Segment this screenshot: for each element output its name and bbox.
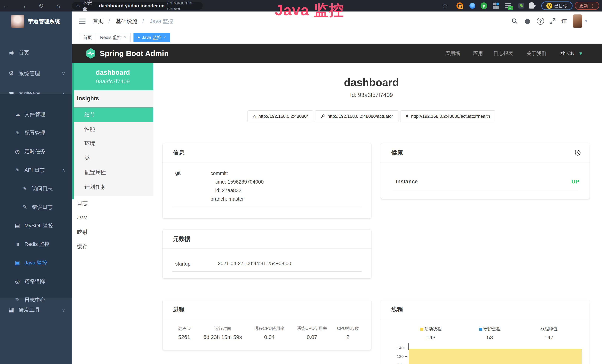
legend-live[interactable]: 活动线程 — [401, 326, 460, 332]
breadcrumb-infra[interactable]: 基础设施 — [116, 11, 137, 31]
pin-icon — [469, 3, 475, 9]
tab-home[interactable]: 首页 — [79, 33, 96, 42]
page-title: dashboard — [153, 76, 590, 88]
bookmark-star-icon[interactable]: ☆ — [441, 0, 449, 11]
extension-pin[interactable] — [469, 0, 475, 11]
home-icon: ⌂ — [253, 114, 256, 119]
paused-label: 已暂停 — [554, 3, 568, 9]
insights-item-env[interactable]: 环境 — [74, 136, 153, 151]
sidebar-item-label: 配置管理 — [24, 124, 45, 142]
sidebar-item-label: 研发工具 — [19, 300, 40, 320]
sidebar-item-java[interactable]: ▣ Java 监控 — [0, 254, 72, 272]
threads-legend: 活动线程 守护进程 线程峰值 — [401, 326, 579, 332]
insights-item-scheduled[interactable]: 计划任务 — [74, 180, 153, 194]
hamburger-icon[interactable] — [79, 11, 86, 31]
health-row[interactable]: Instance UP — [396, 178, 579, 185]
extension-sprout[interactable] — [518, 0, 524, 11]
browser-back-icon[interactable]: ← — [2, 0, 10, 11]
github-icon[interactable] — [524, 11, 531, 31]
address-divider — [96, 3, 97, 8]
breadcrumb-current: Java 监控 — [150, 11, 173, 31]
actuator-url: http://192.168.0.2:48080/actuator — [327, 114, 393, 119]
sidebar-item-accesslog[interactable]: ✎ 访问日志 — [0, 179, 72, 198]
legend-daemon[interactable]: 守护进程 — [460, 326, 519, 332]
extension-green-y[interactable]: y — [481, 0, 487, 11]
sidebar-logo-row[interactable]: 芋道管理系统 — [0, 11, 72, 41]
browser-reload-icon[interactable]: ↻ — [37, 0, 45, 11]
chevron-down-icon: ∨ — [62, 63, 65, 84]
breadcrumb-home[interactable]: 首页 — [93, 11, 103, 31]
breadcrumb-sep: / — [108, 11, 110, 31]
security-warning-icon[interactable]: ⚠ — [76, 3, 80, 8]
sidebar-item-devtools[interactable]: ▦ 研发工具 ∨ — [0, 300, 72, 320]
profile-paused-chip[interactable]: 已暂停 — [541, 1, 572, 10]
user-avatar[interactable] — [573, 14, 582, 28]
browser-home-icon[interactable]: ⌂ — [54, 0, 62, 11]
fullscreen-icon[interactable] — [549, 11, 556, 31]
insights-panel: Insights 细节 性能 环境 类 配置属性 计划任务 — [72, 90, 153, 199]
git-commit-id: id: 27aa832 — [215, 186, 241, 195]
sidebar-item-home[interactable]: ◉ 首页 — [0, 42, 72, 63]
insights-item-details[interactable]: 细节 — [74, 107, 153, 122]
menu-item-caches[interactable]: 缓存 — [72, 239, 153, 254]
sba-logo-icon[interactable] — [86, 48, 96, 59]
process-card-title: 进程 — [173, 300, 184, 319]
threads-area-chart — [409, 349, 582, 364]
close-icon[interactable]: × — [163, 33, 166, 42]
sidebar-item-redis[interactable]: ≋ Redis 监控 — [0, 235, 72, 254]
extensions-puzzle[interactable] — [529, 0, 534, 11]
extension-list-on[interactable]: on — [505, 0, 511, 11]
sba-language-select[interactable]: zh-CN — [560, 44, 575, 63]
menu-item-mappings[interactable]: 映射 — [72, 225, 153, 239]
font-size-icon[interactable]: tT — [561, 11, 567, 31]
sidebar-item-trace[interactable]: ◎ 链路追踪 — [0, 272, 72, 290]
tab-java-active[interactable]: Java 监控 × — [133, 33, 170, 42]
col-cpus: CPU核心数 — [332, 326, 364, 331]
sidebar-item-label: API 日志 — [24, 161, 45, 179]
sba-navbar: Spring Boot Admin 应用墙 应用 日志报表 关于我们 zh-CN… — [72, 44, 602, 63]
gear-icon: ⚙ — [7, 63, 16, 84]
health-url: http://192.168.0.2:48080/actuator/health — [411, 114, 490, 119]
health-url-button[interactable]: ♥ http://192.168.0.2:48080/actuator/heal… — [400, 110, 495, 122]
uptime-value: 6d 23h 15m 59s — [198, 334, 247, 340]
sba-nav-journal[interactable]: 日志报表 — [493, 44, 513, 63]
insights-item-configprops[interactable]: 配置属性 — [74, 165, 153, 180]
sidebar-item-system[interactable]: ⚙ 系统管理 ∨ — [0, 63, 72, 84]
ytick-140: 140 — [392, 346, 404, 351]
close-icon[interactable]: × — [124, 33, 126, 42]
help-icon[interactable]: ? — [537, 11, 544, 31]
sba-nav-applications[interactable]: 应用 — [473, 44, 483, 63]
search-icon[interactable] — [511, 11, 518, 31]
browser-menu-kebab-icon[interactable]: ⋮ — [590, 3, 595, 9]
extension-grid[interactable] — [493, 0, 499, 11]
address-bar[interactable]: ⚠ 不安全 dashboard.yudao.iocoder.cn /infra/… — [72, 2, 203, 10]
history-icon[interactable] — [574, 149, 581, 157]
tab-label: Redis 监控 — [100, 33, 122, 42]
sidebar-item-mysql[interactable]: ▤ MySQL 监控 — [0, 216, 72, 235]
sba-nav-about[interactable]: 关于我们 — [526, 44, 546, 63]
instance-header: dashboard 93a3fc7f7409 — [72, 63, 153, 90]
card-header: 进程 — [163, 300, 371, 319]
language-caret-icon[interactable]: ▾ — [579, 44, 582, 63]
menu-item-logs[interactable]: 日志 — [72, 196, 153, 210]
sidebar-item-errorlog[interactable]: ✎ 错误日志 — [0, 198, 72, 216]
system-cpu-value: 0.07 — [292, 334, 332, 340]
update-button[interactable]: 更新 ⋮ — [575, 2, 599, 10]
insights-item-classes[interactable]: 类 — [74, 151, 153, 165]
card-header: 信息 — [163, 143, 371, 162]
divider — [172, 271, 362, 272]
sidebar-item-file[interactable]: ☁ 文件管理 — [0, 105, 72, 124]
browser-forward-icon[interactable]: → — [19, 0, 27, 11]
sba-nav-wall[interactable]: 应用墙 — [445, 44, 460, 63]
actuator-url-button[interactable]: http://192.168.0.2:48080/actuator — [315, 110, 398, 122]
sidebar-item-job[interactable]: ◷ 定时任务 — [0, 142, 72, 161]
tab-redis[interactable]: Redis 监控 × — [96, 33, 130, 42]
insights-item-metrics[interactable]: 性能 — [74, 122, 153, 136]
menu-item-jvm[interactable]: JVM — [72, 210, 153, 225]
avatar-caret-icon[interactable]: ▾ — [585, 11, 587, 31]
service-url-button[interactable]: ⌂ http://192.168.0.2:48080/ — [247, 110, 313, 122]
sidebar-item-apilog[interactable]: ✎ API 日志 ∧ — [0, 161, 72, 179]
extension-orange[interactable]: 1 — [456, 0, 463, 11]
sidebar-item-config[interactable]: ✎ 配置管理 — [0, 124, 72, 142]
sba-brand[interactable]: Spring Boot Admin — [100, 44, 169, 63]
